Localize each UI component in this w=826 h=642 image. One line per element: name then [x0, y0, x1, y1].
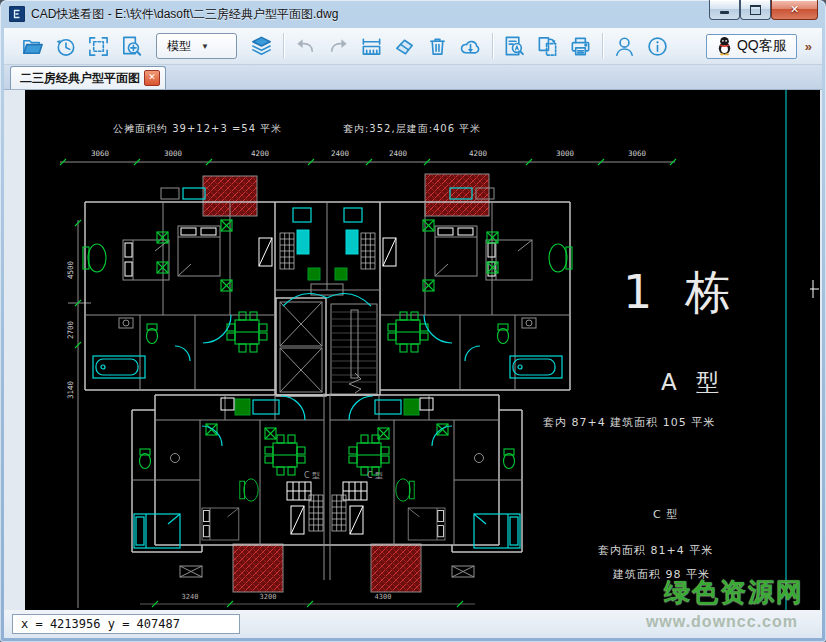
toolbar-overflow[interactable]: »: [805, 39, 812, 54]
type-a-area-label: 套内 87+4 建筑面积 105 平米: [543, 416, 715, 429]
space-dropdown-value: 模型: [167, 38, 191, 55]
svg-text:2400: 2400: [331, 149, 350, 158]
close-button[interactable]: ✕: [771, 0, 818, 20]
svg-text:3000: 3000: [164, 149, 183, 158]
find-text-icon: [503, 35, 526, 58]
svg-text:3200: 3200: [260, 593, 277, 601]
room-type-label-left: C 型: [304, 471, 320, 480]
open-file-button[interactable]: [16, 31, 49, 61]
svg-text:3060: 3060: [628, 149, 647, 158]
status-bar: x = 4213956 y = 407487 www.downcc.com: [4, 610, 822, 638]
user-icon: [613, 35, 636, 58]
redo-icon: [327, 35, 350, 58]
watermark: 绿色资源网: [664, 575, 804, 610]
layers-button[interactable]: [245, 31, 278, 61]
toolbar: 模型 ▼ QQ客服 »: [4, 28, 822, 65]
type-c-area-label-1: 套内面积 81+4 平米: [598, 544, 713, 557]
title-bar[interactable]: CAD快速看图 - E:\软件\dasoft\二三房经典户型平面图.dwg ✕: [0, 0, 826, 28]
print-button[interactable]: [564, 31, 597, 61]
annotation-unit-area: 套内:352,层建面:406 平米: [343, 123, 481, 134]
clipped-fragment: [810, 280, 819, 298]
maximize-icon: [750, 5, 761, 15]
svg-text:4500: 4500: [66, 260, 75, 279]
history-clock-icon: [54, 35, 77, 58]
lower-unit-fixtures: C 型 C 型: [134, 396, 520, 548]
eraser-icon: [393, 35, 416, 58]
app-window: CAD快速看图 - E:\软件\dasoft\二三房经典户型平面图.dwg ✕ …: [0, 0, 826, 642]
canvas-margin: 公摊面积约 39+12+3 =54 平米 套内:352,层建面:406 平米 3…: [4, 90, 822, 610]
space-dropdown[interactable]: 模型 ▼: [156, 33, 237, 59]
eraser-button[interactable]: [388, 31, 421, 61]
close-icon: ✕: [790, 4, 799, 15]
chevron-down-icon: ▼: [201, 42, 209, 51]
lower-unit-walls: [132, 393, 522, 580]
undo-icon: [294, 35, 317, 58]
toolbar-separator: [492, 33, 493, 59]
undo-button[interactable]: [289, 31, 322, 61]
coordinates-display: x = 4213956 y = 407487: [12, 614, 240, 634]
minimize-button[interactable]: [709, 0, 740, 20]
upper-unit-walls: [85, 202, 570, 396]
svg-text:3000: 3000: [556, 149, 575, 158]
dimension-bottom: 3240 3200 4300: [140, 593, 475, 607]
svg-text:2400: 2400: [389, 149, 408, 158]
ruler-icon: [360, 35, 383, 58]
toolbar-separator: [283, 33, 284, 59]
tab-bar: 二三房经典户型平面图 ✕: [4, 65, 822, 90]
page-rotate-icon: [536, 35, 559, 58]
svg-text:4200: 4200: [251, 149, 270, 158]
find-text-button[interactable]: [498, 31, 531, 61]
maximize-button[interactable]: [740, 0, 771, 20]
qq-penguin-icon: [716, 36, 733, 56]
zoom-document-icon: [120, 35, 143, 58]
tab-label: 二三房经典户型平面图: [20, 70, 140, 87]
redo-button[interactable]: [322, 31, 355, 61]
floor-plan-drawing: 公摊面积约 39+12+3 =54 平米 套内:352,层建面:406 平米 3…: [25, 90, 820, 610]
annotation-shared-area: 公摊面积约 39+12+3 =54 平米: [113, 123, 282, 134]
dimension-left: 4500 2700 3140: [66, 220, 91, 608]
window-title: CAD快速看图 - E:\软件\dasoft\二三房经典户型平面图.dwg: [31, 6, 338, 23]
svg-text:3060: 3060: [91, 149, 110, 158]
zoom-window-button[interactable]: [115, 31, 148, 61]
measure-button[interactable]: [355, 31, 388, 61]
qq-service-button[interactable]: QQ客服: [706, 34, 797, 59]
about-button[interactable]: [641, 31, 674, 61]
drawing-canvas[interactable]: 公摊面积约 39+12+3 =54 平米 套内:352,层建面:406 平米 3…: [25, 90, 820, 610]
account-button[interactable]: [608, 31, 641, 61]
qq-service-label: QQ客服: [737, 37, 787, 55]
dimension-top: 3060 3000 4200 2400 2400 4200 3000 3060: [60, 149, 676, 165]
page-setup-button[interactable]: [531, 31, 564, 61]
building-number-label: 1 栋: [623, 265, 740, 319]
zoom-extents-icon: [87, 35, 110, 58]
type-a-label: A 型: [661, 369, 725, 395]
tab-drawing[interactable]: 二三房经典户型平面图 ✕: [10, 66, 166, 89]
type-c-label: C 型: [653, 508, 678, 521]
svg-text:4300: 4300: [375, 593, 392, 601]
svg-text:3140: 3140: [66, 380, 75, 399]
open-folder-icon: [21, 35, 44, 58]
cloud-download-button[interactable]: [454, 31, 487, 61]
toolbar-separator: [602, 33, 603, 59]
zoom-extents-button[interactable]: [82, 31, 115, 61]
svg-text:3240: 3240: [182, 593, 199, 601]
layers-icon: [250, 35, 273, 58]
cloud-download-icon: [459, 35, 482, 58]
watermark-url: www.downcc.com: [646, 613, 798, 631]
minimize-icon: [720, 11, 729, 14]
trash-icon: [426, 35, 449, 58]
info-icon: [646, 35, 669, 58]
app-icon: [9, 6, 25, 22]
room-type-label-right: C 型: [367, 471, 383, 480]
svg-text:2700: 2700: [66, 320, 75, 339]
delete-button[interactable]: [421, 31, 454, 61]
svg-text:4200: 4200: [469, 149, 488, 158]
recent-history-button[interactable]: [49, 31, 82, 61]
tab-close-icon[interactable]: ✕: [144, 70, 160, 86]
printer-icon: [569, 35, 592, 58]
